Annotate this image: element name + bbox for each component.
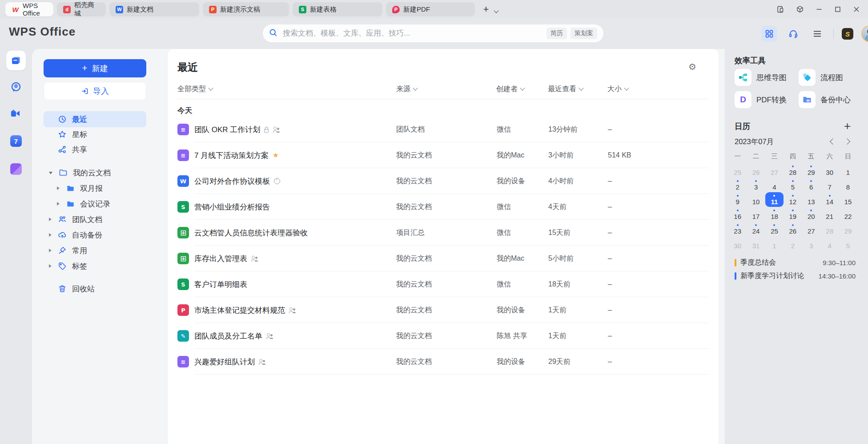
file-row[interactable]: ⊞ 云文档管人员信息统计表理器验收 项目汇总 微信 15天前 –: [177, 220, 709, 246]
sidebar-item-auto-backup[interactable]: 自动备份: [44, 227, 146, 243]
tab-list-dropdown[interactable]: [494, 6, 498, 14]
membership-badge[interactable]: S: [842, 28, 853, 40]
file-row[interactable]: ≡ 7 月线下活动策划方案 我的云文档 我的Mac 3小时前 514 KB: [177, 142, 709, 168]
calendar-day[interactable]: 13: [802, 192, 820, 207]
calendar-day[interactable]: 2: [728, 178, 747, 192]
mobile-connect-icon[interactable]: [776, 5, 784, 13]
calendar-day[interactable]: 26: [784, 222, 802, 236]
close-button[interactable]: [853, 6, 860, 13]
search-input[interactable]: [282, 28, 543, 38]
sidebar-item-meeting-notes[interactable]: 会议记录: [44, 196, 146, 212]
calendar-event[interactable]: 新季度学习计划讨论 14:30–16:00: [735, 270, 856, 282]
settings-gear-icon[interactable]: ⚙: [688, 61, 696, 72]
add-event-button[interactable]: +: [844, 119, 851, 133]
calendar-day[interactable]: 7: [820, 178, 839, 192]
calendar-day[interactable]: 31: [747, 236, 765, 251]
user-avatar[interactable]: [861, 25, 868, 42]
tree-collapsed-arrow[interactable]: [49, 233, 52, 237]
calendar-day[interactable]: 30: [728, 236, 747, 251]
search-tag-resume[interactable]: 简历: [547, 28, 567, 39]
tab-new-spreadsheet[interactable]: S 新建表格: [293, 2, 382, 16]
calendar-day[interactable]: 24: [747, 222, 765, 236]
calendar-day[interactable]: 5: [839, 236, 857, 251]
calendar-day[interactable]: 18: [765, 207, 784, 222]
file-row[interactable]: W 公司对外合作协议模板 我的云文档 我的设备 4小时前 –: [177, 168, 709, 194]
tree-collapsed-arrow[interactable]: [49, 218, 52, 221]
calendar-day[interactable]: 4: [820, 236, 839, 251]
calendar-day[interactable]: 17: [747, 207, 765, 222]
calendar-day[interactable]: 25: [728, 163, 747, 178]
tab-wps-office[interactable]: W WPS Office: [5, 2, 53, 16]
calendar-day[interactable]: 16: [728, 207, 747, 222]
next-month-button[interactable]: [844, 138, 850, 145]
rail-apps-button[interactable]: [6, 159, 26, 179]
tab-new-presentation[interactable]: P 新建演示文稿: [203, 2, 289, 16]
rail-meeting-button[interactable]: [6, 104, 26, 123]
file-row[interactable]: S 营销小组业绩分析报告 我的云文档 微信 4天前 –: [177, 194, 709, 220]
tool-pdf-convert[interactable]: D PDF转换: [735, 91, 797, 108]
tree-collapsed-arrow[interactable]: [57, 202, 60, 206]
calendar-day[interactable]: 2: [784, 236, 802, 251]
sidebar-item-shared[interactable]: 共享: [44, 141, 146, 157]
file-row[interactable]: S 客户订单明细表 我的云文档 微信 18天前 –: [177, 271, 709, 297]
import-button[interactable]: 导入: [44, 82, 146, 100]
sidebar-item-my-cloud-docs[interactable]: 我的云文档: [44, 165, 146, 181]
filter-source[interactable]: 来源: [396, 84, 417, 94]
calendar-day[interactable]: 20: [802, 207, 820, 222]
calendar-day[interactable]: 19: [784, 207, 802, 222]
calendar-day[interactable]: 6: [802, 178, 820, 192]
calendar-day[interactable]: 28: [784, 163, 802, 178]
calendar-day[interactable]: 10: [747, 192, 765, 207]
filter-creator[interactable]: 创建者: [496, 84, 524, 94]
tree-expand-arrow[interactable]: [49, 172, 52, 174]
filter-last-viewed[interactable]: 最近查看: [548, 84, 583, 94]
tool-mindmap[interactable]: 思维导图: [735, 69, 797, 86]
apps-grid-button[interactable]: [761, 26, 777, 42]
calendar-day[interactable]: 9: [728, 192, 747, 207]
search-bar[interactable]: 简历 策划案: [263, 24, 603, 42]
main-menu-button[interactable]: [809, 26, 825, 42]
calendar-day[interactable]: 26: [747, 163, 765, 178]
calendar-day[interactable]: 29: [802, 163, 820, 178]
tab-docer-store[interactable]: d 稻壳商城: [57, 2, 106, 16]
calendar-day[interactable]: 15: [839, 192, 857, 207]
calendar-day[interactable]: 28: [820, 222, 839, 236]
calendar-day[interactable]: 3: [747, 178, 765, 192]
calendar-day[interactable]: 27: [765, 163, 784, 178]
filter-all-types[interactable]: 全部类型: [177, 84, 213, 94]
calendar-day[interactable]: 11: [765, 192, 784, 207]
minimize-button[interactable]: [816, 6, 823, 13]
calendar-day[interactable]: 5: [784, 178, 802, 192]
calendar-day[interactable]: 8: [839, 178, 857, 192]
calendar-day[interactable]: 12: [784, 192, 802, 207]
calendar-day[interactable]: 4: [765, 178, 784, 192]
sidebar-item-recent[interactable]: 最近: [44, 111, 146, 127]
calendar-day[interactable]: 22: [839, 207, 857, 222]
sidebar-item-team-docs[interactable]: 团队文档: [44, 211, 146, 227]
rail-calendar-button[interactable]: 7: [6, 131, 26, 151]
calendar-day[interactable]: 29: [839, 222, 857, 236]
tab-new-pdf[interactable]: P 新建PDF: [386, 2, 475, 16]
tool-flowchart[interactable]: 流程图: [799, 69, 861, 86]
file-row[interactable]: ✎ 团队成员及分工名单 我的云文档 陈旭 共享 1天前 –: [177, 323, 709, 349]
tab-new-document[interactable]: W 新建文档: [109, 2, 199, 16]
file-row[interactable]: ≡ 兴趣爱好组队计划 我的云文档 我的设备 29天前 –: [177, 349, 709, 375]
support-headset-button[interactable]: [785, 26, 801, 42]
calendar-day[interactable]: 3: [802, 236, 820, 251]
rail-chat-button[interactable]: [6, 77, 26, 97]
new-file-button[interactable]: +新建: [44, 59, 146, 77]
calendar-day[interactable]: 14: [820, 192, 839, 207]
calendar-day[interactable]: 1: [839, 163, 857, 178]
sidebar-item-recycle-bin[interactable]: 回收站: [44, 281, 146, 297]
tool-backup-center[interactable]: 备份中心: [799, 91, 861, 108]
calendar-day[interactable]: 23: [728, 222, 747, 236]
prev-month-button[interactable]: [830, 138, 836, 145]
file-row[interactable]: ≡ 团队 OKR 工作计划 团队文档 微信 13分钟前 –: [177, 117, 709, 142]
sidebar-item-bimonthly-report[interactable]: 双月报: [44, 180, 146, 196]
tree-collapsed-arrow[interactable]: [57, 186, 60, 190]
new-tab-button[interactable]: +: [479, 3, 493, 16]
sidebar-item-frequent[interactable]: 常用: [44, 242, 146, 258]
calendar-day[interactable]: 21: [820, 207, 839, 222]
sidebar-item-tags[interactable]: 标签: [44, 258, 146, 274]
calendar-day[interactable]: 25: [765, 222, 784, 236]
